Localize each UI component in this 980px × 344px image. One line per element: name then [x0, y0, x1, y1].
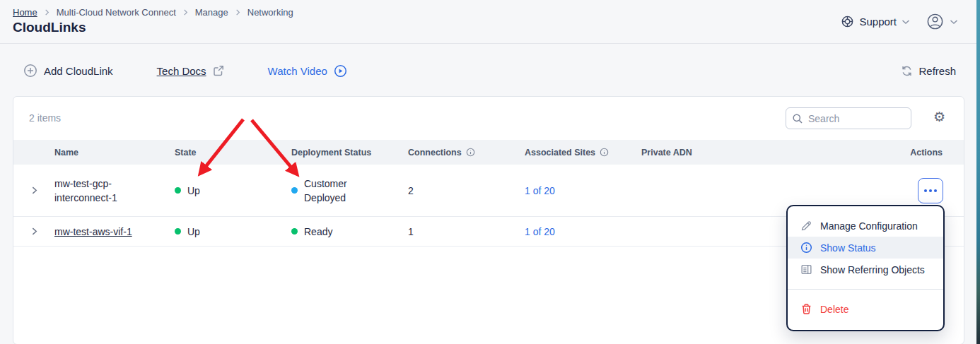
support-label: Support — [859, 16, 897, 28]
menu-item-label: Show Status — [820, 242, 876, 254]
state-cell: Up — [175, 226, 291, 237]
play-circle-icon — [334, 64, 347, 78]
connections-count: 1 — [408, 226, 525, 237]
info-icon[interactable] — [466, 148, 475, 157]
menu-item-show-referring-objects[interactable]: Show Referring Objects — [788, 259, 943, 280]
refresh-icon — [901, 65, 913, 77]
watch-video-label: Watch Video — [268, 65, 327, 77]
tech-docs-label: Tech Docs — [157, 65, 206, 77]
menu-divider — [788, 289, 943, 290]
header-name: Name — [54, 148, 175, 158]
menu-item-label: Manage Configuration — [820, 220, 918, 232]
refresh-label: Refresh — [918, 65, 956, 77]
search-box — [786, 107, 911, 129]
user-account-menu[interactable] — [926, 12, 958, 31]
chevron-right-icon — [182, 9, 189, 16]
chevron-down-icon — [950, 19, 958, 25]
menu-item-manage-configuration[interactable]: Manage Configuration — [788, 215, 943, 237]
breadcrumb-networking[interactable]: Networking — [247, 7, 293, 18]
actions-cell — [882, 178, 964, 203]
add-cloudlink-label: Add CloudLink — [44, 65, 113, 77]
menu-item-show-status[interactable]: Show Status — [788, 237, 943, 259]
chevron-right-icon — [44, 9, 50, 16]
header-deployment-status: Deployment Status — [291, 148, 408, 158]
table-header-row: Name State Deployment Status Connections… — [13, 140, 964, 165]
row-actions-context-menu: Manage Configuration Show Status Show Re… — [786, 205, 945, 331]
top-header: Home Multi-Cloud Network Connect Manage … — [0, 0, 976, 44]
watch-video-link[interactable]: Watch Video — [268, 64, 347, 78]
row-expander-chevron[interactable] — [13, 186, 54, 195]
support-menu[interactable]: Support — [841, 15, 910, 28]
tech-docs-link[interactable]: Tech Docs — [157, 65, 224, 77]
menu-item-label: Show Referring Objects — [820, 264, 925, 275]
pencil-icon — [800, 220, 812, 232]
plus-circle-icon — [23, 64, 37, 78]
breadcrumb-home[interactable]: Home — [13, 7, 37, 18]
header-actions: Actions — [882, 148, 964, 158]
cloudlink-name[interactable]: mw-test-aws-vif-1 — [54, 225, 175, 239]
page-title: CloudLinks — [13, 20, 86, 35]
state-label: Up — [187, 226, 200, 237]
menu-item-delete[interactable]: Delete — [788, 298, 943, 320]
state-label: Up — [187, 185, 200, 196]
header-connections: Connections — [408, 148, 525, 158]
external-link-icon — [213, 65, 224, 76]
menu-item-label: Delete — [820, 304, 848, 315]
associated-sites-link[interactable]: 1 of 20 — [525, 185, 641, 196]
info-circle-icon — [800, 242, 812, 254]
breadcrumb-manage[interactable]: Manage — [195, 7, 228, 18]
deployment-dot — [291, 187, 298, 194]
state-dot — [175, 228, 181, 235]
table-topbar: 2 items ⚙ — [13, 97, 964, 140]
cloudlink-name[interactable]: mw-test-gcp-interconnect-1 — [54, 177, 175, 205]
breadcrumb-mcn-connect[interactable]: Multi-Cloud Network Connect — [57, 7, 176, 18]
items-count: 2 items — [29, 112, 61, 124]
header-state: State — [175, 148, 291, 158]
row-expander-chevron[interactable] — [13, 227, 54, 236]
chevron-right-icon — [235, 9, 241, 16]
deployment-status-cell: Customer Deployed — [291, 177, 408, 205]
deployment-label: Ready — [304, 225, 332, 239]
connections-count: 2 — [408, 185, 525, 196]
add-cloudlink-button[interactable]: Add CloudLink — [23, 64, 113, 78]
breadcrumb: Home Multi-Cloud Network Connect Manage … — [13, 7, 293, 18]
life-ring-icon — [841, 15, 854, 28]
deployment-label: Customer Deployed — [304, 177, 369, 205]
deployment-status-cell: Ready — [291, 225, 408, 239]
trash-icon — [800, 303, 812, 315]
cloudlinks-page: Home Multi-Cloud Network Connect Manage … — [0, 0, 980, 344]
window-edge-strip — [976, 0, 980, 344]
deployment-dot — [291, 228, 298, 235]
header-private-adn: Private ADN — [641, 148, 882, 158]
gear-icon[interactable]: ⚙ — [933, 110, 945, 124]
state-cell: Up — [175, 185, 291, 196]
info-icon[interactable] — [600, 148, 609, 157]
refresh-button[interactable]: Refresh — [901, 59, 956, 82]
referring-objects-icon — [800, 263, 812, 275]
row-actions-button[interactable] — [918, 178, 943, 203]
header-right: Support — [841, 12, 958, 31]
associated-sites-link[interactable]: 1 of 20 — [525, 226, 641, 237]
state-dot — [175, 187, 181, 194]
chevron-down-icon — [902, 19, 910, 25]
user-avatar-icon — [926, 12, 945, 31]
header-associated-sites: Associated Sites — [525, 148, 641, 158]
search-input[interactable] — [808, 113, 905, 124]
search-icon — [792, 113, 803, 124]
action-toolbar: Add CloudLink Tech Docs Watch Video — [23, 59, 347, 82]
